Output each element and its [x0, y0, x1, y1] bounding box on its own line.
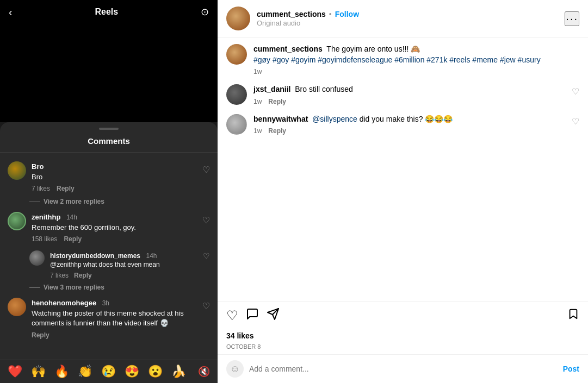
emoji-cry[interactable]: 😢 — [101, 365, 116, 379]
share-action-button[interactable] — [267, 307, 280, 324]
comment-meta: 1w Reply — [253, 98, 579, 105]
comment-likes: 158 likes — [32, 235, 57, 243]
comment-row: cumment_sections The goyim are onto us!!… — [226, 44, 579, 76]
like-icon[interactable]: ♡ — [202, 165, 210, 175]
comment-meta: 7 likes Reply — [32, 185, 210, 192]
reels-title: Reels — [95, 7, 118, 17]
comments-list: Bro Bro 7 likes Reply ♡ View 2 more repl… — [0, 153, 218, 360]
add-comment-row: ☺ Post — [218, 354, 588, 383]
reply-button[interactable]: Reply — [268, 98, 286, 105]
comment-content: henohenomohegee 3h Watching the poster o… — [32, 298, 210, 338]
post-subtitle: Original audio — [257, 19, 565, 27]
comments-sheet: Comments Bro Bro 7 likes Reply ♡ View 2 … — [0, 122, 218, 383]
post-header: cumment_sections • Follow Original audio… — [218, 0, 588, 37]
comment-username[interactable]: jxst_daniil — [253, 85, 290, 93]
comment-row: bennywaitwhat @sillyspence did you make … — [226, 114, 579, 135]
view-replies-btn[interactable]: View 2 more replies — [29, 198, 218, 205]
back-icon[interactable]: ‹ — [9, 6, 13, 18]
comment-content: zenithhp 14h Remember the 600 gorrilion,… — [32, 212, 210, 243]
reply-button[interactable]: Reply — [268, 127, 286, 135]
jxst-avatar — [226, 84, 247, 105]
reply-btn[interactable]: Reply — [74, 272, 92, 279]
emoji-wow[interactable]: 😮 — [148, 365, 163, 379]
reply-content: historydumbeddown_memes 14h @zenithhp wh… — [50, 250, 210, 279]
post-avatar — [226, 7, 250, 30]
view-replies-btn[interactable]: View 3 more replies — [29, 284, 218, 291]
comment-text: Bro — [32, 172, 210, 182]
mention[interactable]: @sillyspence — [312, 115, 357, 123]
avatar — [8, 298, 26, 316]
comment-reply-btn[interactable]: Reply — [57, 185, 75, 192]
comment-time: 14h — [66, 214, 77, 221]
emoji-fire[interactable]: 🔥 — [54, 365, 69, 379]
comment-content: Bro Bro 7 likes Reply — [32, 161, 210, 192]
post-username: cumment_sections — [257, 10, 326, 18]
comment-meta: 158 likes Reply — [32, 235, 210, 243]
comment-username: zenithhp — [32, 213, 60, 221]
comment-row-body: bennywaitwhat @sillyspence did you make … — [253, 114, 579, 135]
post-date: OCTOBER 8 — [218, 342, 588, 354]
comment-item: henohenomohegee 3h Watching the poster o… — [0, 293, 218, 343]
avatar — [8, 212, 26, 230]
comment-reply-btn[interactable]: Reply — [32, 331, 49, 339]
comment-action-button[interactable] — [246, 307, 259, 324]
comment-likes: 7 likes — [32, 185, 50, 192]
like-button[interactable]: ♡ — [572, 86, 579, 97]
emoji-clap[interactable]: 👏 — [78, 365, 92, 379]
likes-count: 34 likes — [218, 329, 588, 342]
comment-row: jxst_daniil Bro still confused 1w Reply … — [226, 84, 579, 105]
comment-time: 1w — [253, 127, 262, 135]
bookmark-button[interactable] — [567, 308, 579, 323]
camera-icon[interactable]: ⊙ — [201, 6, 209, 18]
caption-username[interactable]: cumment_sections — [253, 45, 323, 53]
hashtags[interactable]: #gøy #goy #goyim #goyimdefenseleague #6m… — [253, 55, 541, 64]
right-panel: cumment_sections • Follow Original audio… — [218, 0, 588, 383]
comments-header: Comments — [0, 133, 218, 153]
user-avatar: ☺ — [226, 360, 244, 378]
top-bar: ‹ Reels ⊙ — [0, 0, 218, 24]
like-icon[interactable]: ♡ — [203, 252, 210, 260]
post-comment-button[interactable]: Post — [563, 365, 579, 373]
post-actions: ♡ — [218, 302, 588, 329]
benny-avatar — [226, 114, 247, 135]
comment-row-body: cumment_sections The goyim are onto us!!… — [253, 44, 579, 76]
comment-text: bennywaitwhat @sillyspence did you make … — [253, 114, 579, 125]
more-options-button[interactable]: ··· — [565, 11, 579, 26]
comment-time: 1w — [253, 98, 262, 105]
drag-handle[interactable] — [99, 128, 119, 130]
comment-time: 3h — [102, 299, 109, 307]
comment-text: jxst_daniil Bro still confused — [253, 84, 579, 95]
emoji-banana[interactable]: 🍌 — [171, 365, 186, 379]
emoji-heart[interactable]: ❤️ — [8, 365, 22, 379]
like-icon[interactable]: ♡ — [202, 301, 210, 311]
mute-icon[interactable]: 🔇 — [198, 366, 210, 378]
emoji-bar: ❤️ 🙌 🔥 👏 😢 😍 😮 🍌 🔇 — [0, 360, 218, 383]
comment-item: Bro Bro 7 likes Reply ♡ — [0, 157, 218, 197]
comment-row-body: jxst_daniil Bro still confused 1w Reply — [253, 84, 579, 105]
reply-time: 14h — [146, 252, 157, 260]
reply-avatar — [29, 250, 45, 266]
right-comments-section: cumment_sections The goyim are onto us!!… — [218, 37, 588, 302]
left-panel: ‹ Reels ⊙ Comments Bro Bro 7 likes Reply… — [0, 0, 218, 383]
emoji-hands[interactable]: 🙌 — [31, 365, 46, 379]
like-icon[interactable]: ♡ — [202, 215, 210, 225]
follow-button[interactable]: Follow — [335, 10, 359, 18]
emoji-heart-eyes[interactable]: 😍 — [125, 365, 139, 379]
like-button[interactable]: ♡ — [572, 116, 579, 127]
comment-reply-btn[interactable]: Reply — [64, 235, 82, 243]
comment-text: Watching the poster of this meme shocked… — [32, 309, 210, 328]
comment-meta: Reply — [32, 331, 210, 339]
username-row: cumment_sections • Follow — [257, 10, 565, 18]
comment-username: henohenomohegee — [32, 299, 96, 307]
reply-username: historydumbeddown_memes — [50, 252, 140, 260]
comment-username[interactable]: bennywaitwhat — [253, 115, 308, 123]
add-comment-input[interactable] — [249, 365, 563, 373]
caption-text: cumment_sections The goyim are onto us!!… — [253, 44, 579, 65]
reply-text: @zenithhp what does that even mean — [50, 260, 210, 269]
post-header-info: cumment_sections • Follow Original audio — [257, 10, 565, 27]
comment-meta: 1w Reply — [253, 127, 579, 135]
video-area — [0, 24, 218, 122]
comment-meta: 1w — [253, 68, 579, 76]
reply-likes: 7 likes — [50, 272, 69, 279]
like-action-button[interactable]: ♡ — [226, 308, 238, 323]
